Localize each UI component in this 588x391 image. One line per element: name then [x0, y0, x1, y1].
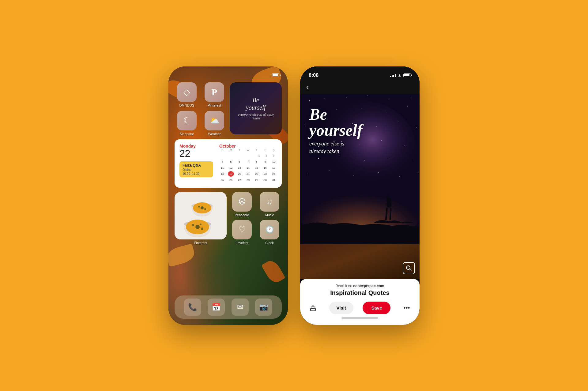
peacenrd-label: Peacenrd [235, 213, 249, 217]
dock-calendar[interactable]: 📅 [208, 299, 225, 316]
event-type: Online [183, 168, 210, 171]
dmndos-icon[interactable]: ◇ [177, 82, 197, 102]
svg-point-46 [353, 175, 354, 175]
svg-point-20 [367, 96, 368, 96]
pinterest-bottom-panel: Read it on conceptspec.com Inspirational… [300, 279, 420, 325]
app-grid-right: ☮ Peacenrd ♫ Music ♡ Lovefest [230, 192, 282, 245]
lovefest-icon[interactable]: ♡ [232, 220, 252, 239]
right-battery-icon [403, 73, 411, 77]
music-label: Music [265, 213, 274, 217]
quote-line1: Be [309, 107, 410, 122]
app-music[interactable]: ♫ Music [257, 192, 282, 217]
svg-point-44 [307, 174, 308, 174]
svg-point-33 [416, 127, 417, 127]
svg-point-41 [364, 160, 365, 160]
music-icon[interactable]: ♫ [260, 192, 279, 212]
clock-icon[interactable]: 🕐 [260, 220, 279, 239]
pinterest-top-icon[interactable]: P [205, 82, 224, 102]
app-clock[interactable]: 🕐 Clock [257, 220, 282, 245]
right-phone-content: 8:08 ▲ ‹ [300, 66, 420, 325]
cal-week-2: 4 5 6 7 8 9 10 [219, 159, 277, 164]
calendar-dow-header: S M T W T F S [219, 149, 277, 152]
cal-week-5: 25 26 27 28 29 30 31 [219, 177, 277, 183]
source-domain: conceptspec.com [353, 284, 384, 288]
peacenrd-icon[interactable]: ☮ [232, 192, 252, 212]
calendar-right: October S M T W T F S [219, 144, 277, 183]
svg-point-13 [200, 224, 202, 225]
dmndos-label: DMNDOS [179, 103, 194, 107]
right-status-time: 8:08 [309, 73, 318, 78]
right-wifi-icon: ▲ [398, 73, 401, 77]
food-widget[interactable] [175, 192, 227, 239]
share-button[interactable] [306, 301, 320, 315]
sleepstar-icon[interactable]: ☾ [177, 111, 197, 130]
svg-point-49 [418, 173, 418, 174]
svg-point-28 [304, 125, 305, 125]
svg-point-48 [399, 176, 400, 177]
pin-title: Inspirational Quotes [306, 289, 413, 296]
save-button[interactable]: Save [363, 302, 390, 314]
app-peacenrd[interactable]: ☮ Peacenrd [230, 192, 254, 217]
phones-container: 8:08 ▲ [168, 66, 420, 325]
bottom-section: Pinterest ☮ Peacenrd ♫ Music [175, 192, 282, 245]
weather-label: Weather [208, 132, 221, 136]
svg-point-42 [389, 157, 389, 157]
quote-overlay: Be yourself everyone else isalready take… [309, 107, 410, 155]
clock-label: Clock [265, 241, 274, 245]
home-indicator [341, 317, 378, 319]
svg-point-43 [412, 161, 412, 161]
svg-point-21 [389, 100, 389, 100]
cal-week-4: 18 19 20 21 22 23 24 [219, 171, 277, 177]
right-status-bar: 8:08 ▲ [300, 66, 420, 80]
app-lovefest[interactable]: ♡ Lovefest [230, 220, 254, 245]
svg-point-19 [346, 97, 346, 97]
dock-camera[interactable]: 📷 [255, 299, 272, 316]
calendar-date: 22 [179, 149, 216, 158]
calendar-event[interactable]: Faiza Q&A Online 10:00–11:30 [179, 161, 213, 177]
lens-icon[interactable] [403, 262, 415, 274]
app-sleepstar[interactable]: ☾ Sleepstar [175, 111, 199, 136]
svg-point-22 [410, 98, 411, 98]
food-illustration [175, 192, 227, 239]
battery-icon [272, 73, 279, 77]
right-phone: 8:08 ▲ ‹ [300, 66, 420, 325]
svg-line-53 [410, 269, 411, 271]
calendar-widget[interactable]: Monday 22 Faiza Q&A Online 10:00–11:30 O… [175, 139, 282, 188]
back-button[interactable]: ‹ [306, 82, 309, 92]
app-weather[interactable]: ⛅ Weather [202, 111, 227, 136]
food-widget-label: Pinterest [194, 241, 207, 245]
cal-week-3: 11 12 13 14 15 16 17 [219, 165, 277, 171]
svg-point-47 [378, 172, 379, 172]
svg-point-18 [324, 99, 325, 99]
app-pinterest-top[interactable]: P Pinterest [202, 82, 227, 107]
pinterest-main-image: Be yourself everyone else isalready take… [300, 94, 420, 279]
home-content: ◇ DMNDOS ☾ Sleepstar P Pinterest [168, 82, 288, 245]
quote-sub: everyone else isalready taken [309, 140, 410, 155]
svg-point-40 [340, 155, 340, 156]
svg-point-6 [204, 208, 206, 210]
more-button[interactable]: ••• [400, 301, 413, 315]
visit-button[interactable]: Visit [329, 302, 353, 314]
dock-mail[interactable]: ✉ [232, 299, 249, 316]
nav-bar: ‹ [300, 80, 420, 94]
svg-point-10 [195, 225, 200, 229]
weather-icon[interactable]: ⛅ [205, 111, 224, 130]
quote-widget-sub: everyone else is already taken [234, 113, 277, 120]
quote-widget-text: Be yourself [246, 96, 266, 111]
right-status-icons: ▲ [390, 73, 411, 77]
calendar-left: Monday 22 Faiza Q&A Online 10:00–11:30 [179, 144, 216, 183]
quote-widget[interactable]: Be yourself everyone else is already tak… [230, 82, 282, 134]
dock: 📞 📅 ✉ 📷 [175, 295, 282, 319]
lovefest-label: Lovefest [236, 241, 248, 245]
dock-phone[interactable]: 📞 [184, 299, 201, 316]
quote-line2: yourself [309, 122, 410, 138]
left-phone: 8:08 ▲ [168, 66, 288, 325]
action-row: Visit Save ••• [306, 301, 413, 315]
svg-point-11 [192, 224, 194, 226]
sleepstar-label: Sleepstar [180, 132, 194, 136]
svg-point-45 [329, 171, 330, 171]
calendar-month: October [219, 144, 277, 149]
event-title: Faiza Q&A [183, 163, 210, 167]
svg-point-12 [201, 227, 203, 230]
app-dmndos[interactable]: ◇ DMNDOS [175, 82, 199, 107]
